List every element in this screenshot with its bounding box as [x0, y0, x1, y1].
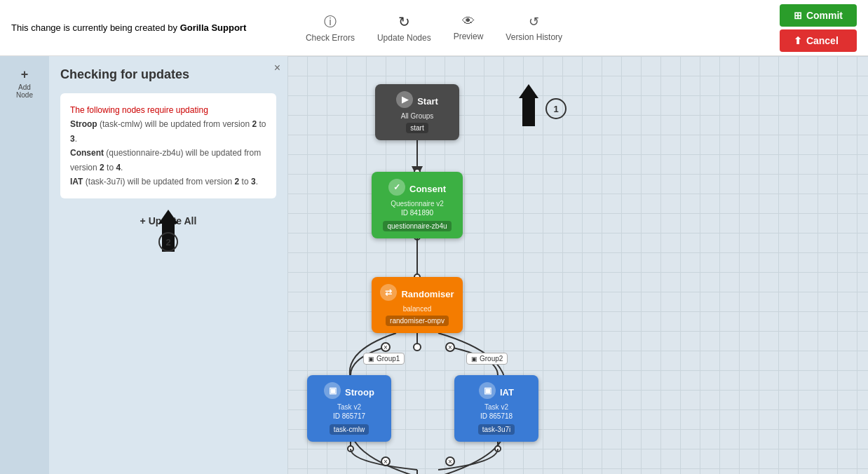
svg-text:×: ×: [384, 344, 388, 351]
tool-check-errors[interactable]: ⓘ Check Errors: [306, 13, 355, 43]
svg-point-16: [495, 446, 501, 452]
tool-update-nodes[interactable]: ↻ Update Nodes: [377, 13, 431, 43]
commit-icon: ⊞: [794, 10, 802, 21]
canvas-arrow-annotation: [519, 84, 538, 126]
change-info: This change is currently being created b…: [11, 22, 246, 33]
group2-icon: ▣: [471, 356, 477, 363]
plus-icon: +: [21, 67, 29, 82]
cancel-icon: ⬆: [794, 35, 802, 46]
randomiser-icon: ⇄: [380, 284, 397, 301]
svg-point-11: [446, 343, 454, 351]
svg-point-17: [381, 457, 390, 466]
svg-point-9: [381, 343, 390, 351]
canvas-arrow-shaft: [522, 98, 535, 126]
sidebar: + AddNode: [0, 56, 49, 474]
node-start[interactable]: ▶ Start All Groups start: [375, 84, 459, 140]
main-layout: + AddNode × Checking for updates The fol…: [0, 56, 868, 474]
update-all-section: + Update All 2: [60, 210, 276, 252]
panel-close-button[interactable]: ×: [274, 62, 280, 74]
group2-label: ▣ Group2: [466, 353, 508, 365]
svg-point-14: [348, 446, 353, 452]
check-errors-icon: ⓘ: [324, 13, 337, 30]
node-randomiser[interactable]: ⇄ Randomiser balanced randomiser-ompv: [372, 277, 463, 333]
update-panel: × Checking for updates The following nod…: [49, 56, 287, 474]
node-iat[interactable]: ▣ IAT Task v2 ID 865718 task-3u7i: [454, 375, 538, 442]
canvas-arrow-head: [519, 84, 538, 98]
action-buttons: ⊞ Commit ⬆ Cancel: [780, 4, 857, 52]
panel-content-box: The following nodes require updating Str…: [60, 93, 276, 198]
canvas-area: × × × × 1: [287, 56, 868, 474]
start-icon: ▶: [396, 91, 413, 108]
preview-icon: 👁: [462, 14, 475, 29]
consent-icon: ✓: [388, 179, 405, 196]
node-consent[interactable]: ✓ Consent Questionnaire v2 ID 841890 que…: [372, 172, 463, 238]
commit-button[interactable]: ⊞ Commit: [780, 4, 857, 27]
svg-text:×: ×: [384, 458, 388, 466]
svg-text:×: ×: [448, 344, 452, 351]
svg-point-8: [414, 344, 421, 351]
group1-icon: ▣: [368, 356, 374, 363]
toolbar-tools: ⓘ Check Errors ↻ Update Nodes 👁 Preview …: [306, 13, 562, 43]
stroop-icon: ▣: [324, 382, 341, 399]
iat-icon: ▣: [479, 382, 496, 399]
top-bar: This change is currently being created b…: [0, 0, 868, 56]
version-history-icon: ↺: [529, 14, 539, 29]
tool-version-history[interactable]: ↺ Version History: [506, 14, 562, 42]
canvas-annotation-1: 1: [545, 98, 567, 119]
cancel-button[interactable]: ⬆ Cancel: [780, 29, 857, 52]
svg-text:×: ×: [448, 458, 452, 466]
top-bar-actions: ⊞ Commit ⬆ Cancel: [780, 4, 857, 52]
svg-point-19: [446, 457, 454, 466]
group1-label: ▣ Group1: [363, 353, 405, 365]
add-node-button[interactable]: + AddNode: [16, 67, 33, 99]
tool-preview[interactable]: 👁 Preview: [454, 14, 484, 41]
panel-title: Checking for updates: [60, 67, 276, 82]
update-nodes-icon: ↻: [398, 13, 410, 30]
node-stroop[interactable]: ▣ Stroop Task v2 ID 865717 task-cmlw: [307, 375, 391, 442]
